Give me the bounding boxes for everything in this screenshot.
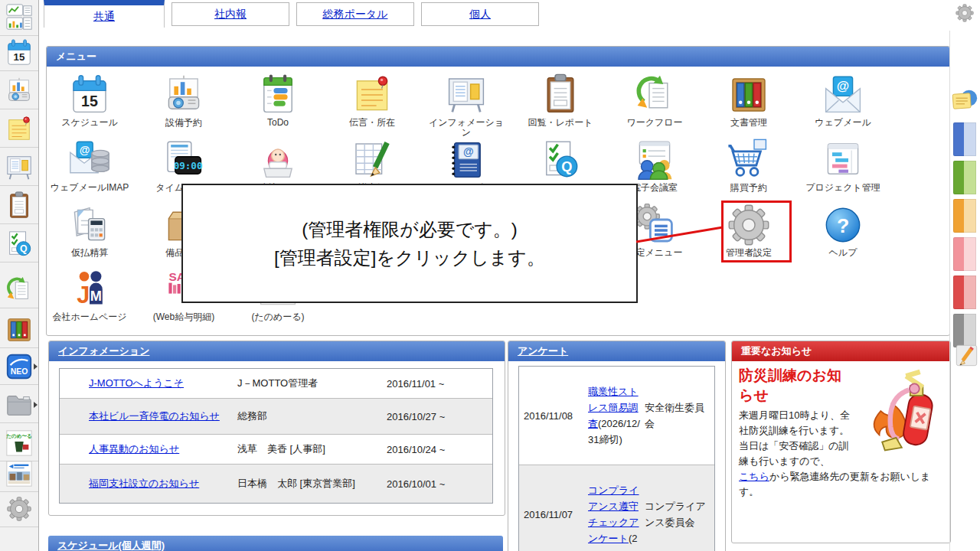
info-row: 人事異動のお知らせ浅草 美香 [人事部]2016/10/24 ~ — [60, 434, 492, 464]
survey-header: アンケート — [508, 341, 725, 361]
portal-color-green-tab[interactable] — [953, 161, 976, 194]
memo-note-icon[interactable] — [950, 81, 979, 121]
kochira-link[interactable]: こちら — [739, 471, 769, 482]
help-icon: ? — [822, 204, 864, 246]
svg-text:Q: Q — [561, 159, 572, 174]
menu-item-設備予約[interactable]: 設備予約 — [142, 73, 226, 128]
info-row-author: 総務部 — [233, 406, 382, 426]
sidebar-item-document-icon[interactable] — [0, 312, 38, 348]
info-title-link[interactable]: J-MOTTOへようこそ — [89, 377, 184, 389]
portal-color-red-tab[interactable] — [953, 276, 976, 309]
portal-color-pink-tab[interactable] — [953, 237, 976, 271]
svg-text:@: @ — [463, 145, 474, 158]
pencil-icon[interactable] — [954, 343, 979, 368]
minutes-icon — [351, 139, 394, 181]
mailimap-icon: @ — [68, 139, 111, 181]
svg-text:@: @ — [80, 144, 90, 156]
menu-item-ウェブメールIMAP[interactable]: @ウェブメールIMAP — [47, 139, 132, 193]
menu-item-ウェブメール[interactable]: @ウェブメール — [801, 73, 885, 128]
portal-page: 15QNEOたのめ〜る 共通社内報総務ポータル個人 メニュー 15スケジュール設… — [0, 0, 980, 551]
menu-item-購買予約[interactable]: 購買予約 — [707, 139, 791, 193]
board-icon — [445, 73, 488, 116]
workflow-icon — [633, 73, 676, 116]
neo-icon: NEO — [5, 352, 34, 381]
tab-総務ポータル[interactable]: 総務ポータル — [296, 2, 414, 26]
menu-title: メニュー — [56, 51, 96, 62]
info-row: 本社ビル一斉停電のお知らせ総務部2016/10/27 ~ — [60, 398, 492, 434]
info-row-author: J－MOTTO管理者 — [233, 373, 382, 393]
menu-item-ワークフロー[interactable]: ワークフロー — [612, 73, 697, 128]
cart-icon — [727, 139, 770, 181]
menu-item-label: 購買予約 — [707, 183, 791, 193]
workflow-icon — [5, 276, 34, 305]
tooltip-line2: [管理者設定]をクリックします。 — [274, 243, 545, 272]
schedule-icon: 15 — [5, 38, 34, 67]
tab-個人[interactable]: 個人 — [421, 2, 539, 26]
info-title-link[interactable]: 人事異動のお知らせ — [89, 443, 179, 455]
menu-item-会社ホームページ[interactable]: J-M会社ホームページ — [47, 268, 132, 322]
tab-共通[interactable]: 共通 — [44, 0, 165, 28]
information-title-link[interactable]: インフォメーション — [58, 345, 149, 357]
sidebar-item-travel-banner-icon[interactable] — [0, 456, 38, 492]
info-row-date: 2016/10/01 ~ — [382, 475, 492, 493]
menu-item-仮払精算[interactable]: 仮払精算 — [47, 204, 132, 258]
expense-icon — [68, 204, 111, 246]
sidebar-item-gear-icon[interactable] — [0, 491, 38, 527]
note-icon — [351, 73, 394, 116]
tab-label[interactable]: 総務ポータル — [323, 8, 388, 20]
menu-item-伝言・所在[interactable]: 伝言・所在 — [330, 73, 414, 128]
left-sidebar: 15QNEOたのめ〜る — [0, 0, 39, 551]
sidebar-item-information-icon[interactable] — [0, 150, 38, 186]
settings-gear-icon[interactable] — [954, 2, 975, 24]
sidebar-item-survey-icon[interactable]: Q — [0, 227, 38, 262]
survey-row-org: 安全衛生委員会 — [642, 396, 714, 435]
info-row-date: 2016/11/01 ~ — [382, 375, 492, 393]
survey-table: 2016/11/08職業性ストレス簡易調査(2026/12/31締切)安全衛生委… — [518, 366, 715, 551]
sidebar-item-schedule-icon[interactable]: 15 — [0, 35, 38, 71]
menu-item-回覧・レポート[interactable]: 回覧・レポート — [518, 73, 603, 128]
menu-item-文書管理[interactable]: 文書管理 — [707, 73, 791, 128]
sidebar-item-portal-icon[interactable] — [0, 0, 38, 36]
menu-item-プロジェクト管理[interactable]: プロジェクト管理 — [801, 139, 885, 193]
menu-item-スケジュール[interactable]: 15スケジュール — [47, 73, 132, 128]
svg-text:15: 15 — [81, 93, 98, 109]
tooltip-line1: (管理者権限が必要です。) — [302, 215, 518, 243]
menu-item-label: 伝言・所在 — [330, 118, 414, 128]
menu-item-ToDo[interactable]: ToDo — [236, 73, 320, 128]
info-title-link[interactable]: 福岡支社設立のお知らせ — [89, 478, 199, 489]
sidebar-item-facility-icon[interactable] — [0, 73, 38, 109]
admin-icon — [727, 204, 770, 246]
menu-item-label: 管理者設定 — [707, 248, 791, 258]
survey-link-deadline: (2 — [629, 533, 638, 544]
info-row-title: 福岡支社設立のお知らせ — [60, 474, 233, 494]
menu-item-label: インフォメーション — [424, 118, 508, 138]
schedule-title-link[interactable]: スケジュール(個人週間) — [57, 540, 165, 551]
menu-item-label: ワークフロー — [612, 118, 697, 128]
expand-arrow-icon — [34, 364, 38, 370]
facility-icon — [5, 77, 34, 106]
info-row: J-MOTTOへようこそJ－MOTTO管理者2016/11/01 ~ — [60, 369, 492, 398]
sidebar-item-message-icon[interactable] — [0, 112, 38, 148]
survey-title-link[interactable]: アンケート — [518, 345, 568, 357]
survey-row: 2016/11/08職業性ストレス簡易調査(2026/12/31締切)安全衛生委… — [519, 367, 714, 465]
info-title-link[interactable]: 本社ビル一斉停電のお知らせ — [89, 410, 220, 422]
tab-社内報[interactable]: 社内報 — [172, 2, 289, 26]
important-notice-header: 重要なお知らせ — [732, 341, 950, 361]
tab-label[interactable]: 共通 — [93, 10, 115, 22]
portal-color-blue-tab[interactable] — [953, 122, 976, 156]
menu-item-インフォメーション[interactable]: インフォメーション — [424, 73, 508, 138]
information-table: J-MOTTOへようこそJ－MOTTO管理者2016/11/01 ~本社ビル一斉… — [59, 368, 493, 504]
tab-label[interactable]: 個人 — [469, 8, 491, 20]
tab-label[interactable]: 社内報 — [214, 8, 247, 20]
menu-panel-header: メニュー — [47, 47, 949, 67]
menu-item-label: 会社ホームページ — [47, 312, 132, 322]
document-icon — [5, 315, 34, 344]
menu-item-ヘルプ[interactable]: ?ヘルプ — [801, 204, 885, 258]
sidebar-item-neo-icon[interactable]: NEO — [0, 349, 38, 385]
menu-item-管理者設定[interactable]: 管理者設定 — [707, 204, 791, 258]
sidebar-item-circulation-icon[interactable] — [0, 188, 38, 224]
clipboard-icon — [539, 73, 582, 116]
portal-color-orange-tab[interactable] — [953, 199, 976, 233]
sidebar-item-folder-icon[interactable] — [0, 387, 38, 423]
sidebar-item-workflow-icon[interactable] — [0, 272, 38, 308]
